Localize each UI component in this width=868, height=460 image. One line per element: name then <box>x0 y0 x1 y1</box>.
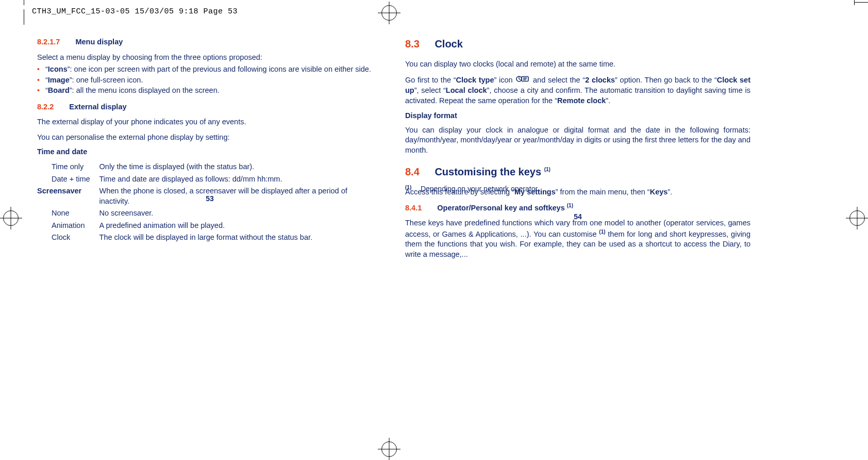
paragraph: You can display your clock in analogue o… <box>405 125 750 156</box>
bullet-text: “Board”: all the menu icons displayed on… <box>45 86 220 96</box>
section-title: Operator/Personal key and softkeys (1) <box>437 204 573 212</box>
section-number: 8.2.2 <box>37 103 54 111</box>
crop-mark <box>854 0 855 5</box>
def-term: Time only <box>37 162 99 172</box>
paragraph: You can personalise the external phone d… <box>37 133 382 143</box>
footnote-text: Depending on your network operator. <box>421 185 539 193</box>
paragraph: These keys have predefined functions whi… <box>405 218 750 259</box>
def-term: Date + time <box>37 174 99 185</box>
footnote-ref: (1) <box>544 167 550 172</box>
registration-mark-icon <box>381 441 397 457</box>
def-term: None <box>37 208 99 219</box>
page-number-left: 53 <box>37 194 382 204</box>
heading-8-3: 8.3 Clock <box>405 37 750 51</box>
bullet-icon: • <box>37 64 45 74</box>
section-title: Customising the keys (1) <box>435 166 550 177</box>
heading-8-2-1-7: 8.2.1.7 Menu display <box>37 37 382 47</box>
table-row: Time only Only the time is displayed (wi… <box>37 162 382 172</box>
footnote: (1) Depending on your network operator. <box>405 184 750 194</box>
section-number: 8.4 <box>405 166 420 177</box>
paragraph-clock-type: Go first to the “Clock type” icon and se… <box>405 75 750 106</box>
def-term: Animation <box>37 221 99 231</box>
table-row: Date + time Time and date are displayed … <box>37 174 382 185</box>
heading-8-2-2: 8.2.2 External display <box>37 102 382 112</box>
registration-mark-icon <box>849 210 865 226</box>
bullet-text: “Icons”: one icon per screen with part o… <box>45 64 371 75</box>
section-number: 8.2.1.7 <box>37 38 60 46</box>
heading-8-4: 8.4 Customising the keys (1) <box>405 165 750 179</box>
registration-mark-icon <box>381 5 397 21</box>
paragraph: The external display of your phone indic… <box>37 117 382 127</box>
paragraph: Select a menu display by choosing from t… <box>37 53 382 63</box>
paragraph: You can display two clocks (local and re… <box>405 59 750 70</box>
def-desc: A predefined animation will be played. <box>99 221 382 231</box>
footnote-ref: (1) <box>567 203 573 208</box>
crop-mark <box>855 2 868 3</box>
def-desc: Time and date are displayed as follows: … <box>99 174 382 185</box>
page-number-right: 54 <box>405 212 750 222</box>
def-term: Clock <box>37 233 99 243</box>
print-slug: CTH3_UM_FCC_15-03-05 15/03/05 9:18 Page … <box>32 7 238 16</box>
section-title: Menu display <box>75 38 123 46</box>
bullet-text: “Image”: one full-screen icon. <box>45 75 143 86</box>
crop-mark <box>24 0 24 5</box>
page-right: 8.3 Clock You can display two clocks (lo… <box>405 37 750 265</box>
section-title: External display <box>69 103 126 111</box>
list-item: • “Icons”: one icon per screen with part… <box>37 64 382 75</box>
footnote-ref: (1) <box>599 229 605 235</box>
list-item: • “Board”: all the menu icons displayed … <box>37 86 382 96</box>
section-number: 8.4.1 <box>405 204 422 212</box>
list-item: • “Image”: one full-screen icon. <box>37 75 382 86</box>
table-row: Clock The clock will be displayed in lar… <box>37 233 382 243</box>
section-number: 8.3 <box>405 38 420 50</box>
def-desc: No screensaver. <box>99 208 382 219</box>
def-desc: Only the time is displayed (with the sta… <box>99 162 382 172</box>
table-row: None No screensaver. <box>37 208 382 219</box>
clock-type-icon <box>516 75 529 86</box>
section-title: Clock <box>435 38 462 50</box>
crop-mark <box>24 9 24 25</box>
bullet-icon: • <box>37 75 45 85</box>
registration-mark-icon <box>3 210 19 226</box>
page-left: 8.2.1.7 Menu display Select a menu displ… <box>37 37 382 247</box>
footnote-mark: (1) <box>405 184 419 191</box>
sub-heading-display-format: Display format <box>405 111 750 121</box>
def-desc: The clock will be displayed in large for… <box>99 233 382 243</box>
table-row: Animation A predefined animation will be… <box>37 221 382 231</box>
sub-heading-time-and-date: Time and date <box>37 147 382 157</box>
bullet-list: • “Icons”: one icon per screen with part… <box>37 64 382 96</box>
bullet-icon: • <box>37 86 45 95</box>
